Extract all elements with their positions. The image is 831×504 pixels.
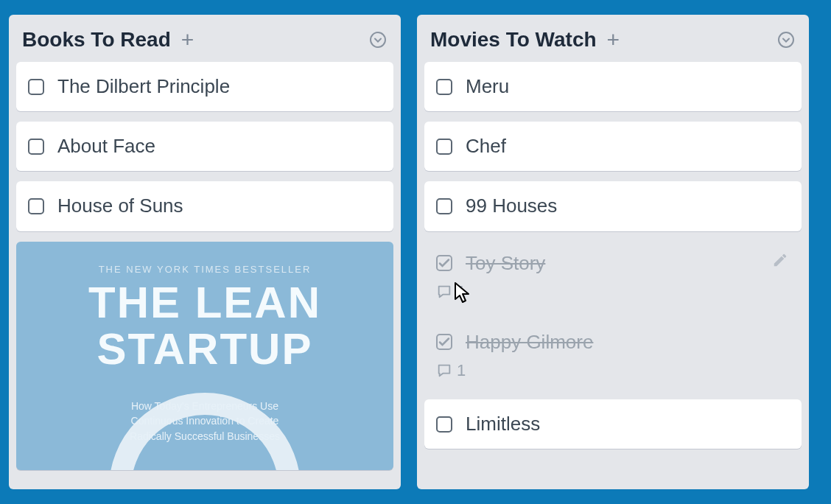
comment-count: 1 bbox=[457, 282, 466, 301]
cover-top-line: THE NEW YORK TIMES BESTSELLER bbox=[31, 264, 379, 275]
card[interactable]: 99 Houses bbox=[424, 181, 802, 231]
pencil-icon bbox=[772, 252, 788, 268]
comment-icon bbox=[436, 363, 452, 379]
add-card-button[interactable]: + bbox=[181, 29, 194, 51]
chevron-down-circle-icon bbox=[369, 31, 387, 49]
checkbox-icon[interactable] bbox=[436, 198, 452, 214]
card[interactable]: About Face bbox=[16, 122, 393, 171]
edit-card-button[interactable] bbox=[772, 252, 788, 271]
list-header: Movies To Watch + bbox=[424, 24, 802, 62]
card-title: Limitless bbox=[466, 413, 540, 435]
card-title: House of Suns bbox=[57, 195, 183, 217]
card-title: Chef bbox=[466, 135, 506, 158]
list-title[interactable]: Books To Read bbox=[22, 28, 171, 52]
card-title: About Face bbox=[57, 135, 155, 158]
list-title[interactable]: Movies To Watch bbox=[430, 28, 597, 52]
cover-title-line: THE LEAN bbox=[31, 279, 379, 326]
cover-title-line: STARTUP bbox=[31, 326, 379, 372]
checkbox-icon[interactable] bbox=[436, 79, 452, 95]
card[interactable]: House of Suns bbox=[16, 181, 393, 231]
list-menu-button[interactable] bbox=[368, 30, 388, 49]
card[interactable]: The Dilbert Principle bbox=[16, 62, 393, 111]
list-books: Books To Read + The Dilbert Principle Ab… bbox=[9, 15, 401, 489]
card-title: The Dilbert Principle bbox=[57, 75, 230, 98]
comment-count: 1 bbox=[457, 361, 466, 380]
cover-tagline: How Today's Entrepreneurs Use Continuous… bbox=[109, 399, 301, 444]
card-title: 99 Houses bbox=[466, 195, 557, 217]
checkbox-icon[interactable] bbox=[436, 416, 452, 433]
svg-point-1 bbox=[779, 32, 793, 47]
card-badges: 1 bbox=[436, 361, 466, 380]
card[interactable]: Limitless bbox=[424, 399, 802, 449]
card[interactable]: Chef bbox=[424, 122, 802, 171]
list-movies: Movies To Watch + Meru Chef 99 Houses To… bbox=[417, 15, 809, 489]
card[interactable]: Toy Story 1 bbox=[424, 242, 802, 310]
checkbox-icon[interactable] bbox=[28, 79, 44, 95]
card-title: Happy Gilmore bbox=[466, 331, 593, 354]
checkbox-icon[interactable] bbox=[28, 139, 44, 155]
card-title: Meru bbox=[466, 75, 509, 98]
svg-point-0 bbox=[371, 32, 385, 47]
card-badges: 1 bbox=[436, 282, 466, 301]
card[interactable]: Happy Gilmore 1 bbox=[424, 321, 802, 389]
card-title: Toy Story bbox=[466, 252, 545, 275]
list-header: Books To Read + bbox=[16, 24, 393, 62]
card[interactable]: Meru bbox=[424, 62, 802, 111]
checkbox-icon[interactable] bbox=[28, 198, 44, 214]
add-card-button[interactable]: + bbox=[607, 29, 620, 51]
card-with-cover[interactable]: THE NEW YORK TIMES BESTSELLER THE LEAN S… bbox=[16, 242, 393, 470]
checkbox-checked-icon[interactable] bbox=[436, 334, 452, 350]
list-menu-button[interactable] bbox=[776, 30, 796, 49]
checkbox-checked-icon[interactable] bbox=[436, 255, 452, 271]
checkbox-icon[interactable] bbox=[436, 139, 452, 155]
comment-icon bbox=[436, 284, 452, 300]
chevron-down-circle-icon bbox=[777, 31, 795, 49]
